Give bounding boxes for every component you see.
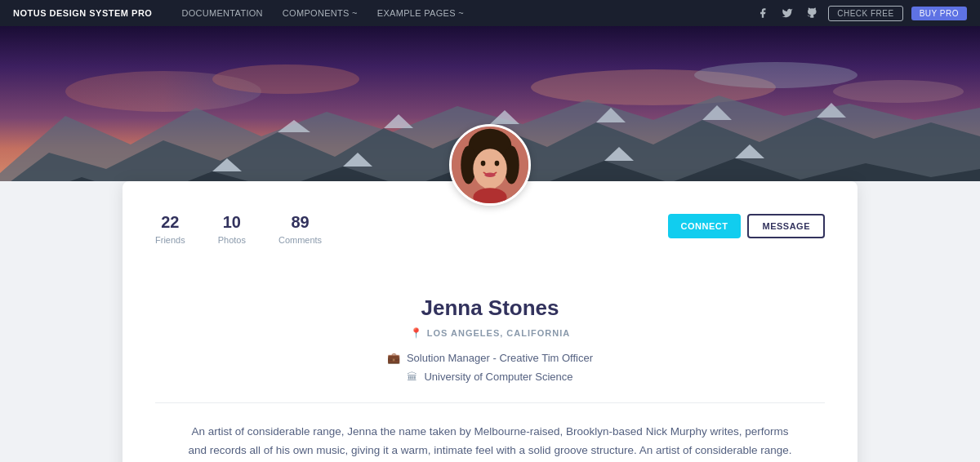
location-text: LOS ANGELES, CALIFORNIA xyxy=(427,328,570,338)
nav-components[interactable]: COMPONENTS ~ xyxy=(273,0,368,26)
svg-point-28 xyxy=(484,172,495,177)
nav-example-pages[interactable]: EXAMPLE PAGES ~ xyxy=(368,0,474,26)
check-free-button[interactable]: CHECK FREE xyxy=(828,6,902,21)
avatar xyxy=(449,124,531,206)
svg-point-5 xyxy=(833,80,964,103)
photos-count: 10 xyxy=(218,213,246,232)
svg-point-27 xyxy=(495,161,500,167)
profile-meta: 💼 Solution Manager - Creative Tim Office… xyxy=(155,352,825,383)
friends-count: 22 xyxy=(155,213,185,232)
stat-photos: 10 Photos xyxy=(218,213,246,247)
job-text: Solution Manager - Creative Tim Officer xyxy=(407,352,593,364)
svg-point-2 xyxy=(212,64,359,94)
message-button[interactable]: MESSAGE xyxy=(747,214,825,238)
profile-name: Jenna Stones xyxy=(155,295,825,321)
profile-bio: An artist of considerable range, Jenna t… xyxy=(122,423,858,460)
buy-pro-button[interactable]: BUY PRO xyxy=(911,7,967,20)
svg-point-4 xyxy=(694,62,858,88)
comments-count: 89 xyxy=(278,213,322,232)
nav-documentation[interactable]: DOCUMENTATION xyxy=(172,0,272,26)
comments-label: Comments xyxy=(278,235,322,245)
github-icon[interactable] xyxy=(804,5,820,21)
profile-actions: CONNECT MESSAGE xyxy=(668,214,825,247)
education-icon: 🏛 xyxy=(407,371,417,383)
brand-logo: NOTUS DESIGN SYSTEM PRO xyxy=(13,8,152,18)
briefcase-icon: 💼 xyxy=(387,352,400,364)
nav-links: DOCUMENTATION COMPONENTS ~ EXAMPLE PAGES… xyxy=(172,0,755,26)
profile-divider xyxy=(155,402,825,403)
stat-comments: 89 Comments xyxy=(278,213,322,247)
photos-label: Photos xyxy=(218,235,246,245)
connect-button[interactable]: CONNECT xyxy=(668,214,742,238)
facebook-icon[interactable] xyxy=(755,5,771,21)
profile-card: 22 Friends 10 Photos 89 Comments CONNECT… xyxy=(122,181,858,462)
location-icon: 📍 xyxy=(410,327,423,339)
navbar-right: CHECK FREE BUY PRO xyxy=(755,5,967,21)
stat-friends: 22 Friends xyxy=(155,213,185,247)
svg-point-26 xyxy=(481,161,486,167)
navbar: NOTUS DESIGN SYSTEM PRO DOCUMENTATION CO… xyxy=(0,0,980,26)
profile-info: Jenna Stones 📍 LOS ANGELES, CALIFORNIA 💼… xyxy=(122,247,858,383)
twitter-icon[interactable] xyxy=(779,5,795,21)
svg-point-25 xyxy=(473,149,506,189)
education-text: University of Computer Science xyxy=(424,371,572,383)
friends-label: Friends xyxy=(155,235,185,245)
avatar-container xyxy=(449,124,531,206)
profile-stats: 22 Friends 10 Photos 89 Comments xyxy=(155,213,322,247)
profile-location: 📍 LOS ANGELES, CALIFORNIA xyxy=(155,327,825,339)
job-item: 💼 Solution Manager - Creative Tim Office… xyxy=(387,352,593,364)
education-item: 🏛 University of Computer Science xyxy=(407,371,572,383)
